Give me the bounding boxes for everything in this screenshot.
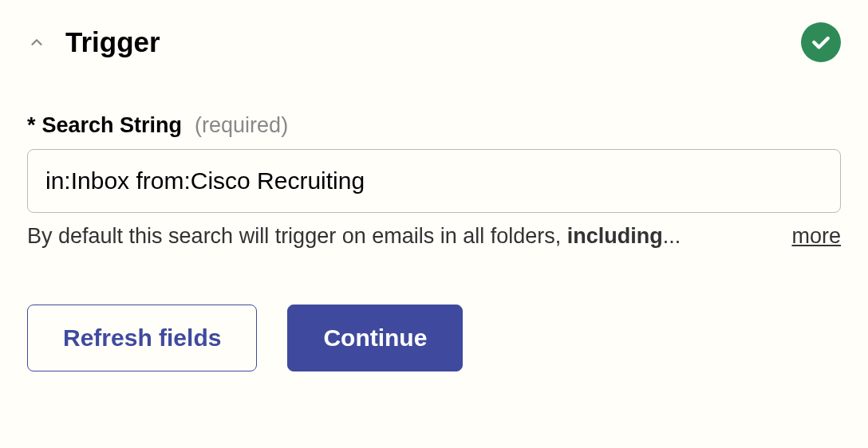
section-header-left: Trigger <box>27 26 160 58</box>
section-title: Trigger <box>65 26 160 58</box>
required-indicator: (required) <box>195 113 288 138</box>
field-label-row: * Search String (required) <box>27 113 841 138</box>
button-row: Refresh fields Continue <box>27 305 841 371</box>
continue-button[interactable]: Continue <box>287 305 463 371</box>
helper-text: By default this search will trigger on e… <box>27 224 681 249</box>
refresh-fields-button[interactable]: Refresh fields <box>27 305 257 371</box>
check-circle-icon <box>801 22 841 62</box>
helper-text-bold: including <box>567 224 663 248</box>
helper-text-suffix: ... <box>663 224 681 248</box>
field-label: Search String <box>42 113 183 138</box>
helper-row: By default this search will trigger on e… <box>27 224 841 249</box>
helper-text-prefix: By default this search will trigger on e… <box>27 224 567 248</box>
search-string-input[interactable] <box>27 149 841 213</box>
section-header: Trigger <box>27 22 841 62</box>
more-link[interactable]: more <box>791 224 841 249</box>
chevron-up-icon[interactable] <box>27 33 46 52</box>
required-asterisk: * <box>27 113 36 138</box>
